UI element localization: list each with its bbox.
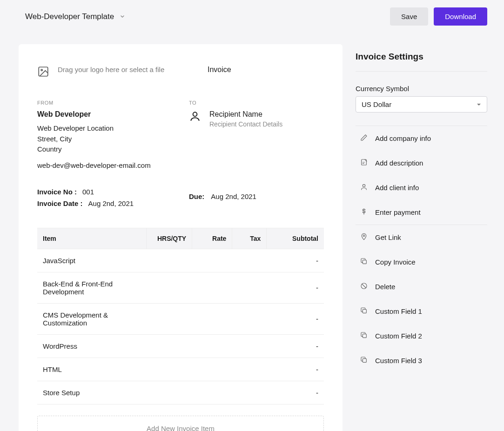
item-name[interactable]: JavaScript (37, 249, 146, 272)
recipient-block[interactable]: Recipient Name Recipient Contact Details (189, 110, 324, 129)
item-tax[interactable] (232, 358, 267, 381)
copy-icon (360, 258, 368, 266)
item-qty[interactable] (146, 358, 192, 381)
svg-rect-9 (363, 334, 366, 338)
invoice-items-table: Item HRS/QTY Rate Tax Subtotal JavaScrip… (37, 228, 324, 404)
item-name[interactable]: WordPress (37, 334, 146, 358)
item-qty[interactable] (146, 249, 192, 272)
due-label: Due: (189, 192, 204, 200)
settings-action[interactable]: Custom Field 1 (356, 299, 487, 324)
due-date-value[interactable]: Aug 2nd, 2021 (211, 192, 256, 200)
from-address[interactable]: Web Developer Location Street, City Coun… (37, 123, 172, 155)
person-icon (189, 110, 201, 124)
item-tax[interactable] (232, 334, 267, 358)
copy-icon (360, 307, 368, 316)
settings-action[interactable]: Get Link (356, 225, 487, 250)
template-name-text: Web-Developer Template (25, 12, 114, 21)
table-row[interactable]: CMS Development & Customization- (37, 303, 324, 334)
col-header-subtotal: Subtotal (267, 228, 324, 249)
item-qty[interactable] (146, 303, 192, 334)
currency-select[interactable]: US Dollar (356, 96, 487, 113)
dollar-icon (360, 208, 368, 217)
invoice-title[interactable]: Invoice (208, 66, 231, 80)
svg-point-1 (41, 69, 42, 71)
item-tax[interactable] (232, 303, 267, 334)
copy-icon (360, 332, 368, 340)
item-rate[interactable] (192, 358, 232, 381)
table-row[interactable]: JavaScript- (37, 249, 324, 272)
settings-action[interactable]: Add company info (356, 126, 487, 151)
save-button[interactable]: Save (390, 7, 428, 26)
invoice-no-label: Invoice No : (37, 188, 77, 196)
from-name[interactable]: Web Developer (37, 110, 172, 119)
item-subtotal: - (267, 249, 324, 272)
invoice-date-value[interactable]: Aug 2nd, 2021 (88, 199, 134, 207)
settings-action[interactable]: Enter payment (356, 200, 487, 225)
svg-point-2 (193, 112, 197, 116)
to-label: TO (189, 100, 324, 106)
item-qty[interactable] (146, 272, 192, 303)
col-header-qty: HRS/QTY (146, 228, 192, 249)
item-subtotal: - (267, 303, 324, 334)
settings-action-label: Add description (375, 159, 423, 167)
add-item-button[interactable]: Add New Invoice Item (37, 416, 324, 431)
top-bar: Web-Developer Template Save Download (0, 0, 504, 33)
chevron-down-icon (120, 12, 125, 21)
item-name[interactable]: Store Setup (37, 381, 146, 404)
settings-action[interactable]: Add description (356, 151, 487, 175)
settings-action[interactable]: Delete (356, 274, 487, 299)
item-rate[interactable] (192, 303, 232, 334)
cancel-icon (360, 282, 368, 291)
logo-drop-zone[interactable]: Drag your logo here or select a file (37, 66, 191, 80)
settings-action[interactable]: Custom Field 3 (356, 348, 487, 373)
item-subtotal: - (267, 272, 324, 303)
item-rate[interactable] (192, 272, 232, 303)
item-tax[interactable] (232, 272, 267, 303)
item-subtotal: - (267, 334, 324, 358)
svg-rect-8 (363, 309, 366, 313)
settings-panel: Invoice Settings Currency Symbol US Doll… (356, 44, 487, 431)
template-name-selector[interactable]: Web-Developer Template (25, 12, 125, 21)
item-rate[interactable] (192, 334, 232, 358)
item-subtotal: - (267, 358, 324, 381)
svg-point-5 (363, 235, 364, 236)
settings-action-label: Add company info (375, 134, 431, 142)
invoice-meta-left: Invoice No : 001 Invoice Date : Aug 2nd,… (37, 188, 172, 211)
item-qty[interactable] (146, 381, 192, 404)
item-name[interactable]: HTML (37, 358, 146, 381)
pencil-icon (360, 134, 368, 143)
settings-action[interactable]: Copy Invoice (356, 250, 487, 274)
caret-down-icon (477, 100, 481, 108)
from-email[interactable]: web-dev@web-developer-email.com (37, 161, 172, 169)
settings-action[interactable]: Add client info (356, 175, 487, 200)
item-tax[interactable] (232, 249, 267, 272)
table-row[interactable]: Store Setup- (37, 381, 324, 404)
table-row[interactable]: WordPress- (37, 334, 324, 358)
table-row[interactable]: Back-End & Front-End Development- (37, 272, 324, 303)
invoice-no-value[interactable]: 001 (82, 188, 94, 196)
person-icon (360, 183, 368, 192)
settings-action-label: Custom Field 1 (375, 307, 422, 315)
to-section: TO Recipient Name Recipient Contact Deta… (189, 100, 324, 169)
item-name[interactable]: Back-End & Front-End Development (37, 272, 146, 303)
pin-icon (360, 233, 368, 242)
col-header-item: Item (37, 228, 146, 249)
item-tax[interactable] (232, 381, 267, 404)
settings-action-label: Custom Field 2 (375, 332, 422, 340)
col-header-tax: Tax (232, 228, 267, 249)
item-name[interactable]: CMS Development & Customization (37, 303, 146, 334)
svg-rect-10 (363, 358, 366, 362)
table-row[interactable]: HTML- (37, 358, 324, 381)
recipient-contact-placeholder: Recipient Contact Details (209, 119, 282, 129)
download-button[interactable]: Download (434, 7, 487, 26)
item-qty[interactable] (146, 334, 192, 358)
settings-action-label: Enter payment (375, 208, 421, 216)
logo-drop-text: Drag your logo here or select a file (58, 66, 164, 74)
item-rate[interactable] (192, 381, 232, 404)
item-rate[interactable] (192, 249, 232, 272)
invoice-date-label: Invoice Date : (37, 199, 83, 207)
currency-label: Currency Symbol (356, 85, 487, 93)
recipient-name-placeholder: Recipient Name (209, 110, 282, 119)
settings-action[interactable]: Custom Field 2 (356, 324, 487, 348)
col-header-rate: Rate (192, 228, 232, 249)
